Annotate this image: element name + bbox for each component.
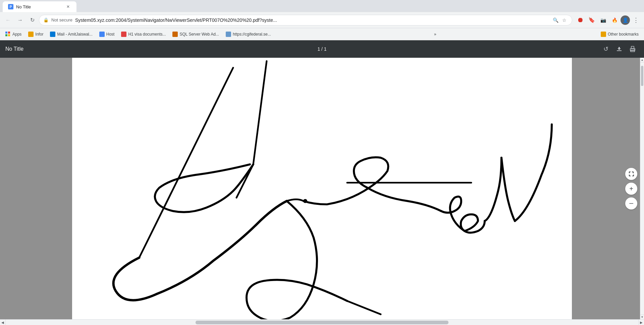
signature-image xyxy=(72,58,572,319)
print-button[interactable] xyxy=(627,43,639,55)
horizontal-scroll-track xyxy=(6,320,638,325)
scroll-right-button[interactable]: ▶ xyxy=(638,320,644,325)
mail-favicon xyxy=(50,32,55,37)
svg-point-8 xyxy=(634,49,635,50)
tab-title: No Title xyxy=(16,4,31,9)
download-button[interactable] xyxy=(613,43,625,55)
bookmark-mail-label: Mail - AmitJaiswal... xyxy=(57,32,92,37)
print-icon xyxy=(629,46,636,52)
tab-bar: P No Title ✕ xyxy=(0,0,644,12)
bookmark-mail[interactable]: Mail - AmitJaiswal... xyxy=(47,30,95,38)
svg-rect-2 xyxy=(5,34,7,36)
bookmark-apps-label: Apps xyxy=(12,32,21,37)
bookmark-cgifederal[interactable]: https://cgifederal.se... xyxy=(223,30,274,38)
download-icon xyxy=(616,46,623,52)
rotate-button[interactable]: ↺ xyxy=(600,43,612,55)
bookmark-star-icon[interactable]: ☆ xyxy=(560,16,568,24)
bookmark-infor-label: Infor xyxy=(35,32,43,37)
more-options-button[interactable]: ⋮ xyxy=(631,15,641,26)
host-favicon xyxy=(99,32,105,37)
zoom-out-button[interactable]: − xyxy=(625,197,637,210)
bookmark-sqlserver-label: SQL Server Web Ad... xyxy=(179,32,219,37)
fit-page-button[interactable] xyxy=(625,168,637,180)
more-bookmarks-label: » xyxy=(434,32,436,37)
scroll-track xyxy=(640,62,644,315)
sqlserver-favicon xyxy=(172,32,178,37)
bookmarks-bar: Apps Infor Mail - AmitJaiswal... Host H1… xyxy=(0,28,644,40)
extension-icon-record[interactable]: ⏺ xyxy=(575,15,586,26)
scroll-thumb xyxy=(641,66,643,86)
tab-close-button[interactable]: ✕ xyxy=(65,4,71,10)
extension-icon-camera[interactable]: 📷 xyxy=(598,15,608,26)
bookmark-host-label: Host xyxy=(106,32,115,37)
pdf-toolbar-actions: ↺ xyxy=(600,43,639,55)
back-button[interactable]: ← xyxy=(3,15,13,26)
other-bookmarks-label: Other bookmarks xyxy=(608,32,639,37)
bookmark-infor[interactable]: Infor xyxy=(25,30,46,38)
apps-grid-icon xyxy=(5,32,11,37)
pdf-page-indicator: 1 / 1 xyxy=(317,46,326,52)
pdf-title: No Title xyxy=(5,46,600,52)
scroll-up-button[interactable]: ▲ xyxy=(640,58,644,62)
bookmark-h1visa-label: H1 visa documents... xyxy=(128,32,166,37)
bookmark-apps[interactable]: Apps xyxy=(3,30,24,38)
tab-favicon: P xyxy=(8,4,13,9)
bookmark-sqlserver[interactable]: SQL Server Web Ad... xyxy=(170,30,221,38)
security-icon: 🔒 xyxy=(43,17,49,22)
horizontal-scrollbar[interactable]: ◀ ▶ xyxy=(0,319,644,325)
zoom-controls: + − xyxy=(625,168,637,210)
bookmark-host[interactable]: Host xyxy=(97,30,117,38)
search-icon[interactable]: 🔍 xyxy=(552,16,559,24)
more-bookmarks-button[interactable]: » xyxy=(431,31,439,38)
scroll-down-button[interactable]: ▼ xyxy=(640,315,644,319)
fit-page-icon xyxy=(628,171,634,177)
svg-rect-0 xyxy=(5,32,7,34)
zoom-in-icon: + xyxy=(629,185,633,192)
h1visa-favicon xyxy=(121,32,126,37)
infor-favicon xyxy=(28,32,34,37)
forward-button[interactable]: → xyxy=(15,15,25,26)
browser-actions: ⏺ 🔖 📷 🔥 👤 ⋮ xyxy=(575,15,641,26)
svg-rect-1 xyxy=(8,32,10,34)
zoom-in-button[interactable]: + xyxy=(625,183,637,195)
bookmark-h1visa[interactable]: H1 visa documents... xyxy=(118,30,168,38)
profile-icon[interactable]: 👤 xyxy=(621,15,630,25)
svg-rect-4 xyxy=(617,50,622,51)
address-bar[interactable]: 🔒 Not secure System05.xyz.com:2004/Syste… xyxy=(39,15,572,26)
zoom-out-icon: − xyxy=(629,199,634,207)
navigation-bar: ← → ↻ 🔒 Not secure System05.xyz.com:2004… xyxy=(0,12,644,28)
pdf-toolbar: No Title 1 / 1 ↺ xyxy=(0,40,644,58)
pdf-page xyxy=(72,58,572,319)
bookmark-other[interactable]: Other bookmarks xyxy=(598,30,641,38)
horizontal-scroll-thumb xyxy=(196,321,448,324)
vertical-scrollbar[interactable]: ▲ ▼ xyxy=(640,58,644,319)
extension-icon-fire[interactable]: 🔥 xyxy=(609,15,620,26)
extension-icon-bookmark[interactable]: 🔖 xyxy=(586,15,597,26)
pdf-content-area: ▲ ▼ + − xyxy=(0,58,644,319)
cgifederal-favicon xyxy=(226,32,231,37)
active-tab[interactable]: P No Title ✕ xyxy=(3,1,76,12)
svg-rect-3 xyxy=(8,34,10,36)
scroll-left-button[interactable]: ◀ xyxy=(0,320,6,325)
other-bookmarks-favicon xyxy=(601,32,606,37)
address-bar-actions: 🔍 ☆ xyxy=(552,16,568,24)
bookmark-cgifederal-label: https://cgifederal.se... xyxy=(233,32,271,37)
reload-button[interactable]: ↻ xyxy=(27,15,38,26)
url-text: System05.xyz.com:2004/SystemiNavigator/N… xyxy=(75,17,549,23)
security-label: Not secure xyxy=(51,17,72,22)
